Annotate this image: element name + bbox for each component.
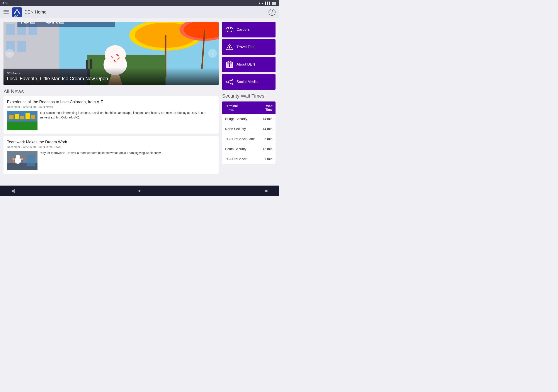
security-row-south: South Security 16 min xyxy=(222,144,276,154)
status-time: 4:56 xyxy=(3,1,8,5)
left-column: ICE CRE xyxy=(3,22,219,182)
svg-rect-49 xyxy=(26,155,35,166)
news-card-2-title: Teamwork Makes the Dream Work xyxy=(7,140,215,144)
precheck2-wait: 7 min xyxy=(264,157,272,161)
travel-tips-icon xyxy=(226,43,234,51)
south-security-wait: 16 min xyxy=(263,147,272,151)
social-media-icon xyxy=(226,78,234,86)
all-news-title: All News xyxy=(3,88,219,94)
north-security-wait: 14 min xyxy=(263,127,272,131)
svg-rect-36 xyxy=(9,115,14,119)
svg-rect-38 xyxy=(20,116,24,119)
bridge-security-label: Bridge Security xyxy=(225,117,247,121)
security-row-precheck: TSA PreCheck Lane 6 min xyxy=(222,134,276,144)
svg-rect-58 xyxy=(230,63,232,64)
travel-tips-label: Travel Tips xyxy=(236,45,255,49)
svg-point-45 xyxy=(12,158,15,160)
north-security-label: North Security xyxy=(225,127,246,131)
right-column: Careers Travel Tips About DEN xyxy=(222,22,276,182)
social-media-label: Social Media xyxy=(236,80,258,84)
about-den-label: About DEN xyxy=(236,62,255,67)
app-bar: DEN DEN Home i xyxy=(0,6,279,18)
security-title: Security Wait Times xyxy=(222,93,276,99)
svg-point-44 xyxy=(16,155,20,159)
recent-apps-button[interactable]: ■ xyxy=(262,187,270,195)
bridge-security-wait: 14 min xyxy=(263,117,272,121)
svg-line-66 xyxy=(228,80,231,81)
svg-point-64 xyxy=(227,81,228,83)
careers-label: Careers xyxy=(236,27,250,32)
news-card-2[interactable]: Teamwork Makes the Dream Work December 2… xyxy=(3,136,219,174)
news-card-1-thumbnail xyxy=(7,111,37,130)
svg-rect-48 xyxy=(22,160,23,163)
app-title: DEN Home xyxy=(24,9,46,15)
social-media-button[interactable]: Social Media xyxy=(222,74,276,90)
map-link[interactable]: → Map xyxy=(225,108,238,111)
svg-text:ICE: ICE xyxy=(20,22,35,26)
back-button[interactable]: ◀ xyxy=(9,187,17,195)
precheck2-label: TSA PreCheck xyxy=(225,157,246,161)
security-table-header: Terminal → Map WaitTime xyxy=(222,102,276,114)
signal-icon: ▌▌▌ xyxy=(265,1,271,5)
home-button[interactable]: ● xyxy=(136,187,143,195)
svg-point-51 xyxy=(227,27,228,29)
precheck-wait: 6 min xyxy=(264,137,272,141)
careers-button[interactable]: Careers xyxy=(222,22,276,37)
svg-rect-37 xyxy=(15,114,19,119)
terminal-header: Terminal xyxy=(225,104,238,108)
battery-icon: ▓▓ xyxy=(272,1,276,5)
news-card-1[interactable]: Experience all the Reasons to Love Color… xyxy=(3,96,219,134)
svg-rect-59 xyxy=(227,65,229,67)
security-row-north: North Security 14 min xyxy=(222,124,276,134)
carousel-next-button[interactable]: › xyxy=(208,49,217,58)
svg-point-50 xyxy=(228,27,231,29)
security-row-precheck2: TSA PreCheck 7 min xyxy=(222,154,276,164)
info-button[interactable]: i xyxy=(269,9,276,16)
svg-rect-60 xyxy=(230,65,232,67)
carousel-prev-button[interactable]: ‹ xyxy=(5,49,14,58)
news-card-1-text: Our state's most interesting locations, … xyxy=(40,111,215,130)
carousel-overlay: DEN News Local Favorite, Little Man Ice … xyxy=(3,68,219,85)
security-table: Terminal → Map WaitTime Bridge Security … xyxy=(222,102,276,164)
security-section: Security Wait Times Terminal → Map WaitT… xyxy=(222,93,276,164)
svg-rect-0 xyxy=(3,10,9,11)
svg-line-67 xyxy=(228,82,231,84)
svg-point-47 xyxy=(21,158,23,160)
precheck-label: TSA PreCheck Lane xyxy=(225,137,255,141)
svg-rect-40 xyxy=(31,115,35,119)
svg-rect-57 xyxy=(227,63,229,64)
travel-tips-button[interactable]: Travel Tips xyxy=(222,39,276,55)
svg-point-52 xyxy=(231,27,233,29)
about-den-button[interactable]: About DEN xyxy=(222,57,276,72)
svg-rect-2 xyxy=(3,13,9,14)
svg-rect-35 xyxy=(7,121,37,130)
svg-point-65 xyxy=(231,83,233,85)
menu-button[interactable] xyxy=(3,9,9,15)
svg-point-63 xyxy=(231,79,233,81)
svg-rect-39 xyxy=(26,113,30,119)
wifi-icon: ▲▲ xyxy=(258,1,264,5)
careers-icon xyxy=(226,26,234,34)
carousel-tag: DEN News xyxy=(7,72,215,75)
news-card-2-body: 'Yay for teamwork': Denver airport worke… xyxy=(7,151,215,170)
security-row-bridge: Bridge Security 14 min xyxy=(222,114,276,124)
news-card-2-thumbnail xyxy=(7,151,37,170)
svg-text:DEN: DEN xyxy=(14,15,18,17)
bottom-nav: ◀ ● ■ xyxy=(0,186,279,196)
carousel-title: Local Favorite, Little Man Ice Cream Now… xyxy=(7,76,215,81)
about-den-icon xyxy=(226,60,234,68)
news-card-2-text: 'Yay for teamwork': Denver airport worke… xyxy=(40,151,163,170)
svg-rect-13 xyxy=(17,41,26,52)
south-security-label: South Security xyxy=(225,147,246,151)
svg-rect-9 xyxy=(6,24,15,35)
wait-time-header: WaitTime xyxy=(265,104,272,111)
news-carousel: ICE CRE xyxy=(3,22,219,85)
svg-rect-1 xyxy=(3,11,9,12)
status-bar: 4:56 ▲▲ ▌▌▌ ▓▓ xyxy=(0,0,279,6)
news-card-1-meta: December 2 at 6:43 pm · DEN News xyxy=(7,105,215,109)
news-card-1-body: Our state's most interesting locations, … xyxy=(7,111,215,130)
news-card-2-meta: December 2 at 6:25 pm · DEN in the News xyxy=(7,145,215,149)
main-content: ICE CRE xyxy=(0,18,279,186)
news-card-1-title: Experience all the Reasons to Love Color… xyxy=(7,100,215,104)
svg-point-55 xyxy=(229,49,230,49)
